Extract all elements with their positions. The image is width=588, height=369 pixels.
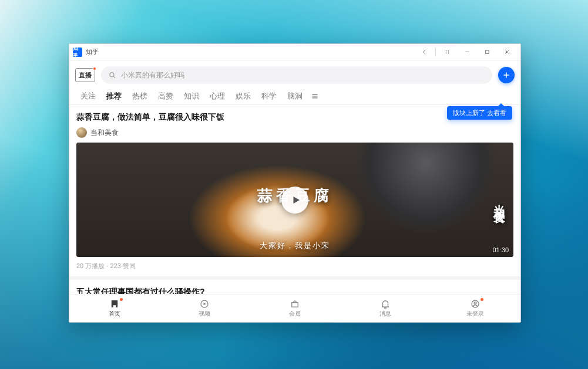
tabs-row: 关注 推荐 热榜 高赞 知识 心理 娱乐 科学 脑洞 版块上新了 去看看: [69, 87, 520, 105]
feed: 蒜香豆腐，做法简单，豆腐很入味很下饭 当和美食 蒜香豆腐 当和美食 大家好，我是…: [69, 105, 520, 294]
compose-button[interactable]: [498, 67, 515, 83]
svg-point-20: [474, 302, 476, 304]
tab-psychology[interactable]: 心理: [204, 87, 230, 104]
live-label: 直播: [79, 71, 92, 80]
author-name: 当和美食: [90, 128, 119, 138]
nav-home[interactable]: 首页: [69, 294, 160, 322]
tab-hot[interactable]: 热榜: [127, 87, 153, 104]
notification-dot-icon: [93, 67, 96, 70]
window-title: 知乎: [86, 48, 99, 56]
topbar: 直播: [69, 60, 520, 87]
app-body: 直播 关注 推荐 热榜 高赞 知识 心理 娱乐 科: [69, 60, 520, 322]
nav-label: 视频: [199, 310, 210, 318]
video-thumbnail[interactable]: 蒜香豆腐 当和美食 大家好，我是小宋 01:30: [76, 143, 513, 257]
tabs-more-button[interactable]: [308, 92, 322, 100]
nav-login[interactable]: 未登录: [430, 294, 520, 322]
nav-label: 首页: [109, 310, 120, 318]
minimize-button[interactable]: [457, 46, 477, 59]
card-title: 五大常任理事国都有过什么骚操作?: [76, 287, 513, 294]
desktop-wallpaper: 知乎 知乎 直播: [0, 0, 588, 369]
overlay-channel: 当和美食: [492, 195, 508, 205]
search-box[interactable]: [101, 66, 492, 84]
vip-icon: [290, 299, 300, 309]
nav-label: 未登录: [466, 310, 484, 318]
svg-marker-18: [204, 303, 207, 306]
svg-point-2: [445, 53, 446, 53]
live-button[interactable]: 直播: [75, 68, 95, 82]
titlebar: 知乎 知乎: [69, 44, 520, 60]
maximize-button[interactable]: [477, 46, 497, 59]
tab-science[interactable]: 科学: [256, 87, 282, 104]
home-icon: [109, 299, 120, 309]
bottom-nav: 首页 视频 会员 消息 未登录: [69, 294, 520, 322]
nav-label: 消息: [379, 310, 391, 318]
tab-top[interactable]: 高赞: [153, 87, 179, 104]
feed-card[interactable]: 五大常任理事国都有过什么骚操作? 历史环游记 已认证的官方帐号 1981 年 ，…: [69, 280, 520, 294]
compact-icon[interactable]: [437, 46, 457, 59]
svg-point-1: [448, 50, 448, 51]
search-icon: [108, 71, 116, 79]
search-input[interactable]: [121, 71, 485, 79]
author-row[interactable]: 当和美食: [76, 127, 513, 138]
user-icon: [470, 299, 481, 309]
tab-recommend[interactable]: 推荐: [101, 87, 127, 104]
video-icon: [199, 299, 210, 309]
back-button[interactable]: [414, 46, 434, 59]
card-meta: 20 万播放 · 223 赞同: [76, 262, 513, 270]
app-logo: 知乎: [73, 48, 82, 57]
promo-tooltip[interactable]: 版块上新了 去看看: [447, 106, 512, 120]
play-icon: [291, 195, 301, 205]
feed-card[interactable]: 蒜香豆腐，做法简单，豆腐很入味很下饭 当和美食 蒜香豆腐 当和美食 大家好，我是…: [69, 105, 520, 280]
tab-knowledge[interactable]: 知识: [179, 87, 204, 104]
nav-label: 会员: [289, 310, 301, 318]
svg-point-3: [448, 53, 448, 53]
app-window: 知乎 知乎 直播: [69, 43, 521, 323]
bell-icon: [380, 299, 391, 309]
plus-icon: [502, 71, 510, 79]
nav-messages[interactable]: 消息: [340, 294, 431, 322]
overlay-subtitle: 大家好，我是小宋: [260, 241, 330, 251]
play-button[interactable]: [281, 187, 308, 214]
close-button[interactable]: [497, 46, 517, 59]
tab-entertainment[interactable]: 娱乐: [230, 87, 256, 104]
notification-dot-icon: [481, 298, 483, 301]
svg-line-9: [113, 76, 115, 78]
video-duration: 01:30: [492, 246, 509, 253]
avatar: [76, 127, 87, 138]
svg-point-0: [445, 50, 446, 51]
notification-dot-icon: [120, 298, 123, 301]
menu-icon: [311, 92, 319, 100]
tab-follow[interactable]: 关注: [75, 87, 101, 104]
nav-video[interactable]: 视频: [160, 294, 250, 322]
nav-vip[interactable]: 会员: [250, 294, 340, 322]
svg-marker-15: [293, 197, 300, 204]
svg-rect-5: [485, 50, 489, 54]
tab-brain[interactable]: 脑洞: [282, 87, 308, 104]
